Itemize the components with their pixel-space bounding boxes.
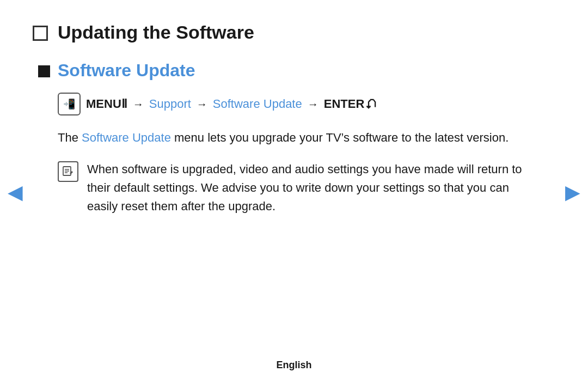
section-title: Software Update [58, 60, 195, 81]
page-container: Updating the Software Software Update 📲 … [0, 0, 588, 384]
menu-label: MENUⅡ [86, 97, 127, 111]
support-link: Support [149, 97, 191, 111]
section-header: Software Update [38, 60, 544, 81]
arrow-1: → [133, 98, 144, 111]
nav-arrow-right[interactable]: ▶ [565, 181, 580, 204]
description-suffix: menu lets you upgrade your TV’s software… [171, 131, 509, 144]
note-block: When software is upgraded, video and aud… [58, 160, 537, 216]
section-block: Software Update 📲 MENUⅡ → Support → Soft… [38, 60, 544, 216]
checkbox-icon [33, 26, 48, 41]
black-square-icon [38, 65, 50, 77]
software-update-link: Software Update [213, 97, 302, 111]
footer-language: English [276, 359, 311, 371]
main-title: Updating the Software [58, 22, 254, 43]
arrow-2: → [197, 98, 207, 111]
description-text: The Software Update menu lets you upgrad… [58, 129, 537, 147]
main-heading-row: Updating the Software [33, 22, 544, 43]
menu-button-icon: 📲 [58, 93, 81, 115]
note-text: When software is upgraded, video and aud… [87, 160, 537, 216]
description-prefix: The [58, 131, 82, 144]
menu-path: 📲 MENUⅡ → Support → Software Update → EN… [58, 93, 544, 115]
description-link: Software Update [82, 131, 171, 144]
arrow-3: → [308, 98, 318, 111]
enter-label: ENTER⮏ [324, 97, 377, 111]
menu-icon-symbol: 📲 [63, 98, 75, 110]
note-icon [58, 161, 78, 182]
nav-arrow-left[interactable]: ◀ [8, 181, 23, 204]
